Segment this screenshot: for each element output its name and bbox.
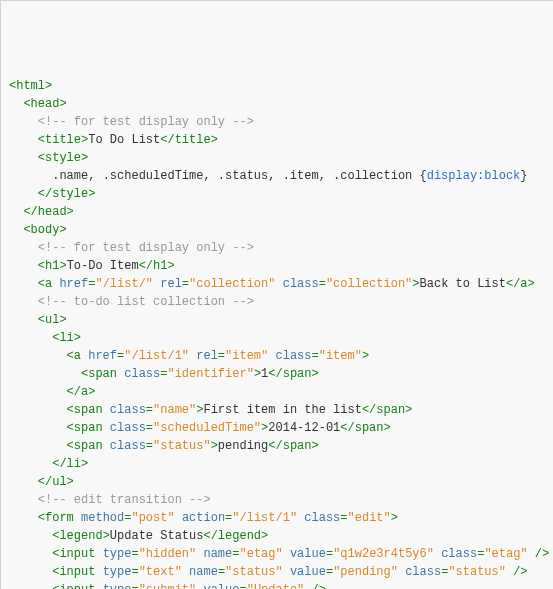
code-line: <input type="text" name="status" value="… [9, 563, 553, 581]
code-token: <span [67, 403, 110, 417]
code-line: <ul> [9, 311, 553, 329]
code-token: <form [38, 511, 81, 525]
code-token: "etag" [484, 547, 527, 561]
code-line: <html> [9, 77, 553, 95]
code-token: action [182, 511, 225, 525]
code-token: </li> [52, 457, 88, 471]
code-token: "/list/" [95, 277, 153, 291]
code-token [182, 565, 189, 579]
code-token: value [290, 547, 326, 561]
code-line: <input type="hidden" name="etag" value="… [9, 545, 553, 563]
code-token: type [103, 565, 132, 579]
code-token: = [239, 583, 246, 589]
code-token: method [81, 511, 124, 525]
code-token: value [290, 565, 326, 579]
code-token: "status" [448, 565, 506, 579]
code-token: > [254, 367, 261, 381]
code-line: <form method="post" action="/list/1" cla… [9, 509, 553, 527]
code-token [283, 565, 290, 579]
code-token: <input [52, 583, 102, 589]
code-token: "collection" [326, 277, 412, 291]
code-token: <!-- for test display only --> [38, 115, 254, 129]
code-token: = [146, 421, 153, 435]
code-token: <span [67, 421, 110, 435]
code-token: <!-- to-do list collection --> [38, 295, 254, 309]
code-line: <span class="identifier">1</span> [9, 365, 553, 383]
code-line: <a href="/list/" rel="collection" class=… [9, 275, 553, 293]
code-token: name [189, 565, 218, 579]
code-token: display:block [427, 169, 521, 183]
code-token: </span> [362, 403, 412, 417]
code-token: "identifier" [167, 367, 253, 381]
code-token: href [88, 349, 117, 363]
code-token: <a [67, 349, 89, 363]
code-token [175, 511, 182, 525]
code-token: = [146, 439, 153, 453]
code-token: class [405, 565, 441, 579]
code-token: "item" [319, 349, 362, 363]
code-token: </head> [23, 205, 73, 219]
code-token: <head> [23, 97, 66, 111]
code-line: <!-- to-do list collection --> [9, 293, 553, 311]
code-token: "submit" [139, 583, 197, 589]
code-token: <style> [38, 151, 88, 165]
code-token: class [124, 367, 160, 381]
code-block: <html> <head> <!-- for test display only… [9, 77, 553, 589]
code-token [275, 277, 282, 291]
code-token: "item" [225, 349, 268, 363]
code-line: <input type="submit" value="Update" /> [9, 581, 553, 589]
code-token: <input [52, 547, 102, 561]
code-token: = [131, 583, 138, 589]
code-token: "/list/1" [232, 511, 297, 525]
code-line: </ul> [9, 473, 553, 491]
code-token: href [59, 277, 88, 291]
code-token: = [131, 547, 138, 561]
code-token: <!-- edit transition --> [38, 493, 211, 507]
code-line: <li> [9, 329, 553, 347]
code-line: <head> [9, 95, 553, 113]
code-token: name [203, 547, 232, 561]
code-token: </ul> [38, 475, 74, 489]
code-token: class [275, 349, 311, 363]
code-token: <legend> [52, 529, 110, 543]
code-line: <body> [9, 221, 553, 239]
code-token: <html> [9, 79, 52, 93]
code-line: <span class="name">First item in the lis… [9, 401, 553, 419]
code-line: <a href="/list/1" rel="item" class="item… [9, 347, 553, 365]
code-token: <input [52, 565, 102, 579]
code-token: /> [528, 547, 550, 561]
code-token: /> [506, 565, 528, 579]
code-token: </a> [506, 277, 535, 291]
code-token: .name, .scheduledTime, .status, .item, .… [52, 169, 426, 183]
code-token: Back to List [420, 277, 506, 291]
code-token: "status" [225, 565, 283, 579]
code-line: </a> [9, 383, 553, 401]
code-token: "hidden" [139, 547, 197, 561]
code-token: Update Status [110, 529, 204, 543]
code-token: </h1> [139, 259, 175, 273]
code-token: </style> [38, 187, 96, 201]
code-line: <!-- edit transition --> [9, 491, 553, 509]
code-line: <!-- for test display only --> [9, 113, 553, 131]
code-token: } [520, 169, 527, 183]
code-token: <a [38, 277, 60, 291]
code-token: To-Do Item [67, 259, 139, 273]
code-token: "text" [139, 565, 182, 579]
code-line: <!-- for test display only --> [9, 239, 553, 257]
code-token: First item in the list [203, 403, 361, 417]
code-token: = [182, 277, 189, 291]
code-token [283, 547, 290, 561]
code-line: <style> [9, 149, 553, 167]
code-line: <span class="status">pending</span> [9, 437, 553, 455]
code-token: "/list/1" [124, 349, 189, 363]
code-line: </style> [9, 185, 553, 203]
code-token: = [312, 349, 319, 363]
code-token: To Do List [88, 133, 160, 147]
code-token: "name" [153, 403, 196, 417]
code-token: "pending" [333, 565, 398, 579]
code-token: class [110, 421, 146, 435]
code-line: <span class="scheduledTime">2014-12-01</… [9, 419, 553, 437]
code-token: class [304, 511, 340, 525]
code-token: </span> [268, 367, 318, 381]
code-line: </head> [9, 203, 553, 221]
